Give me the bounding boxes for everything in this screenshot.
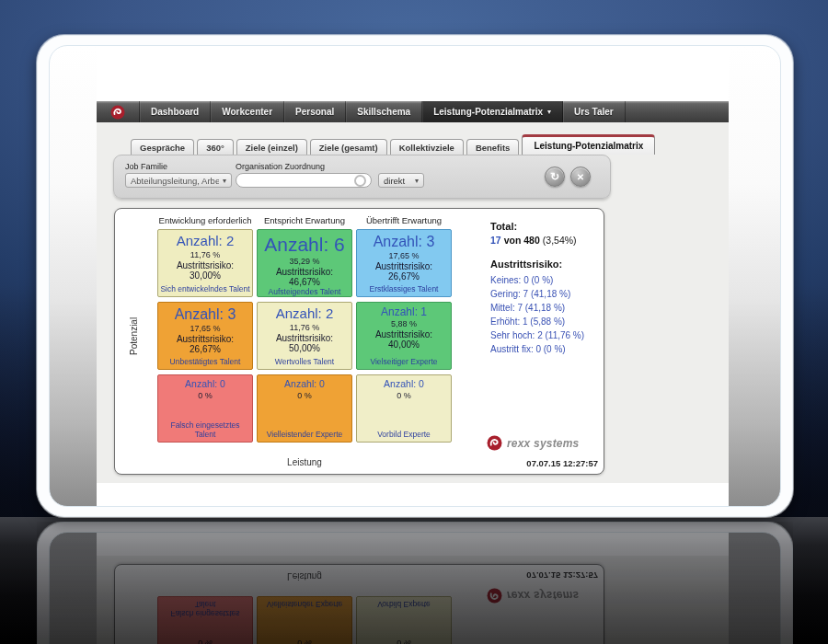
column-header-uebertrifft: Übertrifft Erwartung <box>356 215 452 225</box>
cell-percent: 0 % <box>297 391 312 400</box>
tab-leistung-potenzialmatrix[interactable]: Leistung-Potenzialmatrix <box>522 134 655 155</box>
cell-percent: 35,29 % <box>289 257 319 266</box>
cell-percent: 0 % <box>397 391 411 400</box>
cell-count: Anzahl: 2 <box>276 306 334 322</box>
risk-line-erhoeht: Erhöht: 1 (5,88 %) <box>490 315 603 328</box>
nav-active-label: Leistung-Potenzialmatrix <box>433 107 543 117</box>
matrix-cell-r3c2[interactable]: Anzahl: 0 0 % Vielleistender Experte <box>257 374 352 443</box>
nav-item-user[interactable]: Urs Taler <box>563 101 626 122</box>
cell-count: Anzahl: 3 <box>175 306 236 323</box>
rexx-logo-icon <box>487 435 502 451</box>
cell-count: Anzahl: 2 <box>177 234 235 249</box>
cell-percent: 17,65 % <box>388 251 419 260</box>
risk-line-austritt-fix: Austritt fix: 0 (0 %) <box>490 342 603 356</box>
cell-percent: 11,76 % <box>190 250 220 259</box>
summary-panel: Total: 17von 480(3,54%) Austrittsrisiko:… <box>490 221 603 356</box>
matrix-panel: Entwicklung erforderlich Entspricht Erwa… <box>114 208 604 475</box>
brand-name: rexx systems <box>507 437 579 450</box>
chevron-down-icon: ▾ <box>223 177 226 185</box>
total-of: von 480 <box>504 235 540 246</box>
cell-label: Vielleistender Experte <box>267 430 343 439</box>
cell-count: Anzahl: 0 <box>284 379 325 390</box>
cell-label: Falsch eingesetztes Talent <box>160 420 250 439</box>
cell-label: Unbestätigtes Talent <box>170 357 241 366</box>
close-icon: ✕ <box>577 172 584 182</box>
cell-label: Erstklassiges Talent <box>370 284 439 293</box>
tab-ziele-einzel[interactable]: Ziele (einzel) <box>236 139 307 155</box>
timestamp: 07.07.15 12:27:57 <box>526 458 598 468</box>
cell-risk: Austrittsrisiko: 26,67% <box>160 334 250 354</box>
tab-360[interactable]: 360° <box>197 139 234 155</box>
direkt-value: direkt <box>384 176 411 186</box>
organisation-input[interactable] <box>241 175 354 187</box>
risk-line-mittel: Mittel: 7 (41,18 %) <box>490 301 603 315</box>
matrix-cell-r3c3[interactable]: Anzahl: 0 0 % Vorbild Experte <box>356 374 452 443</box>
nav-item-personal[interactable]: Personal <box>284 101 346 122</box>
cell-percent: 0 % <box>198 391 213 400</box>
cell-percent: 5,88 % <box>391 319 417 328</box>
cell-percent: 11,76 % <box>290 323 319 332</box>
column-header-entspricht: Entspricht Erwartung <box>257 215 352 225</box>
organisation-label: Organisation Zuordnung <box>236 162 325 171</box>
matrix-cell-r1c1[interactable]: Anzahl: 2 11,76 % Austrittsrisiko: 30,00… <box>157 229 253 297</box>
chevron-down-icon: ▾ <box>547 108 551 116</box>
job-familie-select[interactable]: Abteilungsleitung, Arbeite... ▾ <box>125 173 232 188</box>
cell-count: Anzahl: 3 <box>374 234 435 250</box>
nav-item-leistung-potenzialmatrix[interactable]: Leistung-Potenzialmatrix ▾ <box>422 101 563 122</box>
nav-item-dashboard[interactable]: Dashboard <box>140 101 211 122</box>
matrix-cell-r2c1[interactable]: Anzahl: 3 17,65 % Austrittsrisiko: 26,67… <box>157 302 253 370</box>
cell-count: Anzahl: 6 <box>264 234 345 256</box>
cell-risk: Austrittsrisiko: 50,00% <box>259 333 350 353</box>
refresh-button[interactable]: ↻ <box>545 167 565 187</box>
cell-label: Vorbild Experte <box>377 430 431 439</box>
refresh-icon: ↻ <box>550 170 559 183</box>
tab-ziele-gesamt[interactable]: Ziele (gesamt) <box>310 139 387 155</box>
matrix-cell-r1c3[interactable]: Anzahl: 3 17,65 % Austrittsrisiko: 26,67… <box>356 229 452 297</box>
total-label: Total: <box>490 221 603 232</box>
job-familie-label: Job Familie <box>125 162 167 171</box>
matrix-cell-r2c2[interactable]: Anzahl: 2 11,76 % Austrittsrisiko: 50,00… <box>257 302 352 370</box>
filter-panel: Job Familie Abteilungsleitung, Arbeite..… <box>113 155 611 199</box>
job-familie-value: Abteilungsleitung, Arbeite... <box>131 176 219 186</box>
cell-count: Anzahl: 1 <box>381 306 427 318</box>
cell-label: Wertvolles Talent <box>275 357 334 366</box>
cell-percent: 17,65 % <box>190 324 220 333</box>
nav-item-skillschema[interactable]: Skillschema <box>346 101 422 122</box>
y-axis-label: Potenzial <box>126 229 141 443</box>
cell-label: Sich entwickelndes Talent <box>160 284 249 293</box>
cell-risk: Austrittsrisiko: 46,67% <box>259 267 350 287</box>
x-axis-label: Leistung <box>157 457 452 467</box>
cell-label: Aufsteigendes Talent <box>269 287 341 296</box>
background-floor <box>0 517 828 644</box>
nav-item-workcenter[interactable]: Workcenter <box>211 101 284 122</box>
direkt-select[interactable]: direkt ▾ <box>378 173 424 188</box>
nav-filler <box>626 101 729 122</box>
app-logo[interactable] <box>97 101 140 122</box>
cell-count: Anzahl: 0 <box>384 379 424 390</box>
column-header-entwicklung: Entwicklung erforderlich <box>157 215 253 225</box>
matrix-cell-r1c2[interactable]: Anzahl: 6 35,29 % Austrittsrisiko: 46,67… <box>257 229 352 297</box>
rexx-logo-icon <box>110 105 125 120</box>
risk-line-keines: Keines: 0 (0 %) <box>490 273 603 287</box>
tab-gespraeche[interactable]: Gespräche <box>131 139 194 155</box>
organisation-input-wrap <box>236 173 372 188</box>
cell-label: Vielseitiger Experte <box>370 357 437 366</box>
cell-count: Anzahl: 0 <box>185 379 225 390</box>
risk-header: Austrittsrisiko: <box>490 259 603 270</box>
monitor-frame: Dashboard Workcenter Personal Skillschem… <box>37 35 793 517</box>
cell-risk: Austrittsrisiko: 40,00% <box>359 329 449 350</box>
matrix-cell-r3c1[interactable]: Anzahl: 0 0 % Falsch eingesetztes Talent <box>157 374 253 443</box>
close-button[interactable]: ✕ <box>570 167 591 187</box>
matrix-grid: Anzahl: 2 11,76 % Austrittsrisiko: 30,00… <box>157 229 452 443</box>
tab-benefits[interactable]: Benefits <box>466 139 519 155</box>
total-value: 17von 480(3,54%) <box>490 235 603 246</box>
main-nav: Dashboard Workcenter Personal Skillschem… <box>97 101 729 122</box>
matrix-cell-r2c3[interactable]: Anzahl: 1 5,88 % Austrittsrisiko: 40,00%… <box>356 302 452 370</box>
risk-line-gering: Gering: 7 (41,18 %) <box>490 287 603 301</box>
total-count: 17 <box>490 235 501 246</box>
tab-kollektivziele[interactable]: Kollektivziele <box>390 139 464 155</box>
cell-risk: Austrittsrisiko: 30,00% <box>160 260 250 281</box>
tab-bar: Gespräche 360° Ziele (einzel) Ziele (ges… <box>97 133 729 155</box>
app-window: Dashboard Workcenter Personal Skillschem… <box>97 46 729 506</box>
chevron-down-icon: ▾ <box>415 177 419 185</box>
